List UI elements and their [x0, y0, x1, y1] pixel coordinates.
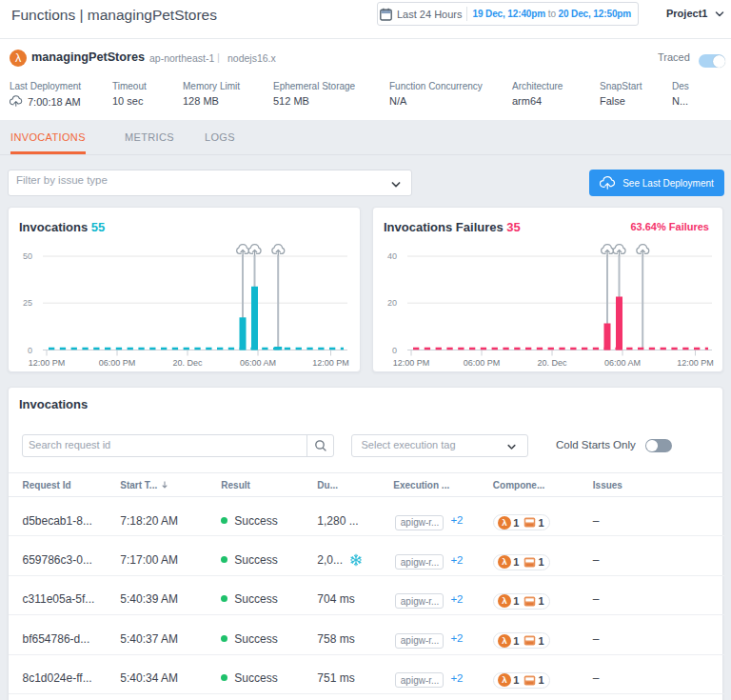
- svg-text:50: 50: [23, 251, 32, 261]
- svg-text:12:00 PM: 12:00 PM: [312, 358, 349, 368]
- svg-text:25: 25: [23, 298, 32, 308]
- svg-text:40: 40: [387, 251, 397, 261]
- svg-text:20: 20: [387, 298, 397, 308]
- svg-text:20. Dec: 20. Dec: [537, 358, 567, 368]
- svg-text:12:00 PM: 12:00 PM: [29, 358, 66, 368]
- svg-text:0: 0: [392, 346, 397, 355]
- svg-text:λ: λ: [503, 635, 508, 646]
- svg-text:06:00 AM: 06:00 AM: [240, 358, 276, 368]
- svg-text:λ: λ: [15, 51, 22, 65]
- svg-text:20. Dec: 20. Dec: [172, 358, 203, 368]
- svg-text:λ: λ: [503, 556, 508, 567]
- svg-text:λ: λ: [503, 596, 508, 607]
- svg-text:λ: λ: [503, 517, 508, 528]
- svg-text:06:00 PM: 06:00 PM: [99, 358, 136, 368]
- svg-text:12:00 PM: 12:00 PM: [677, 358, 714, 368]
- svg-text:λ: λ: [503, 675, 508, 686]
- svg-text:06:00 PM: 06:00 PM: [464, 358, 501, 368]
- svg-text:12:00 PM: 12:00 PM: [393, 358, 430, 368]
- svg-text:0: 0: [28, 346, 32, 355]
- svg-text:06:00 AM: 06:00 AM: [604, 358, 641, 368]
